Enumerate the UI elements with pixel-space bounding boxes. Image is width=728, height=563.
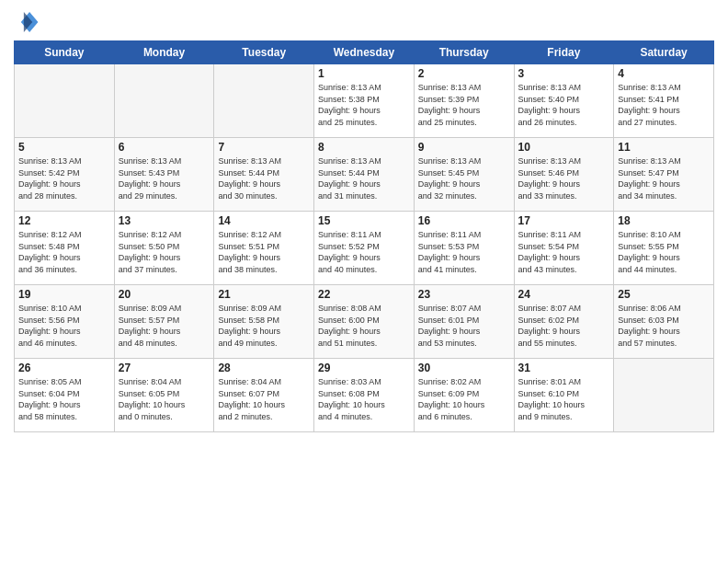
- calendar-cell: 29Sunrise: 8:03 AM Sunset: 6:08 PM Dayli…: [314, 359, 415, 432]
- day-info: Sunrise: 8:11 AM Sunset: 5:54 PM Dayligh…: [518, 229, 610, 275]
- day-number: 16: [418, 214, 510, 227]
- day-info: Sunrise: 8:11 AM Sunset: 5:52 PM Dayligh…: [318, 229, 410, 275]
- day-info: Sunrise: 8:12 AM Sunset: 5:48 PM Dayligh…: [18, 229, 110, 275]
- day-number: 23: [418, 288, 510, 301]
- calendar-week-4: 19Sunrise: 8:10 AM Sunset: 5:56 PM Dayli…: [15, 285, 714, 359]
- day-number: 27: [119, 362, 210, 374]
- col-sunday: Sunday: [15, 41, 115, 64]
- day-info: Sunrise: 8:13 AM Sunset: 5:44 PM Dayligh…: [218, 155, 310, 201]
- page: Sunday Monday Tuesday Wednesday Thursday…: [0, 0, 728, 563]
- calendar-cell: 9Sunrise: 8:13 AM Sunset: 5:45 PM Daylig…: [414, 138, 514, 212]
- day-number: 10: [518, 141, 610, 154]
- calendar-cell: 8Sunrise: 8:13 AM Sunset: 5:44 PM Daylig…: [314, 138, 415, 212]
- calendar-table: Sunday Monday Tuesday Wednesday Thursday…: [14, 40, 714, 432]
- calendar-cell: 17Sunrise: 8:11 AM Sunset: 5:54 PM Dayli…: [514, 212, 614, 285]
- day-info: Sunrise: 8:10 AM Sunset: 5:55 PM Dayligh…: [618, 229, 710, 275]
- day-info: Sunrise: 8:13 AM Sunset: 5:39 PM Dayligh…: [418, 82, 510, 128]
- day-number: 22: [318, 288, 410, 301]
- day-info: Sunrise: 8:13 AM Sunset: 5:43 PM Dayligh…: [119, 155, 210, 201]
- calendar-cell: 11Sunrise: 8:13 AM Sunset: 5:47 PM Dayli…: [614, 138, 714, 212]
- day-info: Sunrise: 8:13 AM Sunset: 5:40 PM Dayligh…: [518, 82, 610, 128]
- calendar-cell: [214, 64, 314, 138]
- calendar-cell: 7Sunrise: 8:13 AM Sunset: 5:44 PM Daylig…: [214, 138, 314, 212]
- calendar-cell: 23Sunrise: 8:07 AM Sunset: 6:01 PM Dayli…: [414, 285, 514, 359]
- day-number: 31: [518, 362, 610, 374]
- day-number: 24: [518, 288, 610, 301]
- calendar-cell: [614, 359, 714, 432]
- day-info: Sunrise: 8:13 AM Sunset: 5:38 PM Dayligh…: [318, 82, 410, 128]
- calendar-cell: 30Sunrise: 8:02 AM Sunset: 6:09 PM Dayli…: [414, 359, 514, 432]
- calendar-cell: 25Sunrise: 8:06 AM Sunset: 6:03 PM Dayli…: [614, 285, 714, 359]
- calendar-cell: 6Sunrise: 8:13 AM Sunset: 5:43 PM Daylig…: [114, 138, 214, 212]
- day-number: 14: [218, 214, 310, 227]
- calendar-cell: 4Sunrise: 8:13 AM Sunset: 5:41 PM Daylig…: [614, 64, 714, 138]
- day-info: Sunrise: 8:03 AM Sunset: 6:08 PM Dayligh…: [318, 376, 410, 422]
- day-info: Sunrise: 8:12 AM Sunset: 5:51 PM Dayligh…: [218, 229, 310, 275]
- calendar-cell: 28Sunrise: 8:04 AM Sunset: 6:07 PM Dayli…: [214, 359, 314, 432]
- day-number: 30: [418, 362, 510, 374]
- day-info: Sunrise: 8:10 AM Sunset: 5:56 PM Dayligh…: [18, 303, 110, 349]
- col-monday: Monday: [114, 41, 214, 64]
- calendar-week-5: 26Sunrise: 8:05 AM Sunset: 6:04 PM Dayli…: [15, 359, 714, 432]
- day-number: 3: [518, 67, 610, 80]
- day-info: Sunrise: 8:13 AM Sunset: 5:41 PM Dayligh…: [618, 82, 710, 128]
- calendar-cell: 3Sunrise: 8:13 AM Sunset: 5:40 PM Daylig…: [514, 64, 614, 138]
- day-number: 15: [318, 214, 410, 227]
- calendar-cell: 31Sunrise: 8:01 AM Sunset: 6:10 PM Dayli…: [514, 359, 614, 432]
- day-number: 6: [119, 141, 210, 154]
- calendar-cell: 21Sunrise: 8:09 AM Sunset: 5:58 PM Dayli…: [214, 285, 314, 359]
- day-number: 8: [318, 141, 410, 154]
- day-info: Sunrise: 8:13 AM Sunset: 5:46 PM Dayligh…: [518, 155, 610, 201]
- day-number: 9: [418, 141, 510, 154]
- calendar-body: 1Sunrise: 8:13 AM Sunset: 5:38 PM Daylig…: [15, 64, 714, 432]
- day-number: 26: [18, 362, 110, 374]
- calendar-cell: 1Sunrise: 8:13 AM Sunset: 5:38 PM Daylig…: [314, 64, 415, 138]
- day-number: 25: [618, 288, 710, 301]
- logo-icon: [14, 9, 40, 35]
- day-number: 13: [119, 214, 210, 227]
- day-info: Sunrise: 8:13 AM Sunset: 5:42 PM Dayligh…: [18, 155, 110, 201]
- calendar-cell: 12Sunrise: 8:12 AM Sunset: 5:48 PM Dayli…: [15, 212, 115, 285]
- calendar-cell: 26Sunrise: 8:05 AM Sunset: 6:04 PM Dayli…: [15, 359, 115, 432]
- day-info: Sunrise: 8:13 AM Sunset: 5:44 PM Dayligh…: [318, 155, 410, 201]
- calendar-cell: 18Sunrise: 8:10 AM Sunset: 5:55 PM Dayli…: [614, 212, 714, 285]
- day-info: Sunrise: 8:12 AM Sunset: 5:50 PM Dayligh…: [119, 229, 210, 275]
- day-number: 20: [119, 288, 210, 301]
- calendar-header: Sunday Monday Tuesday Wednesday Thursday…: [15, 41, 714, 64]
- day-info: Sunrise: 8:05 AM Sunset: 6:04 PM Dayligh…: [18, 376, 110, 422]
- calendar-cell: 20Sunrise: 8:09 AM Sunset: 5:57 PM Dayli…: [114, 285, 214, 359]
- calendar-cell: [114, 64, 214, 138]
- col-thursday: Thursday: [414, 41, 514, 64]
- day-info: Sunrise: 8:07 AM Sunset: 6:02 PM Dayligh…: [518, 303, 610, 349]
- calendar-cell: 13Sunrise: 8:12 AM Sunset: 5:50 PM Dayli…: [114, 212, 214, 285]
- col-friday: Friday: [514, 41, 614, 64]
- day-number: 28: [218, 362, 310, 374]
- day-number: 19: [18, 288, 110, 301]
- day-number: 5: [18, 141, 110, 154]
- day-info: Sunrise: 8:11 AM Sunset: 5:53 PM Dayligh…: [418, 229, 510, 275]
- col-tuesday: Tuesday: [214, 41, 314, 64]
- day-info: Sunrise: 8:01 AM Sunset: 6:10 PM Dayligh…: [518, 376, 610, 422]
- day-info: Sunrise: 8:02 AM Sunset: 6:09 PM Dayligh…: [418, 376, 510, 422]
- day-number: 11: [618, 141, 710, 154]
- day-number: 17: [518, 214, 610, 227]
- day-number: 1: [318, 67, 410, 80]
- header-row: Sunday Monday Tuesday Wednesday Thursday…: [15, 41, 714, 64]
- day-info: Sunrise: 8:09 AM Sunset: 5:58 PM Dayligh…: [218, 303, 310, 349]
- day-info: Sunrise: 8:07 AM Sunset: 6:01 PM Dayligh…: [418, 303, 510, 349]
- col-saturday: Saturday: [614, 41, 714, 64]
- day-info: Sunrise: 8:09 AM Sunset: 5:57 PM Dayligh…: [119, 303, 210, 349]
- calendar-cell: 14Sunrise: 8:12 AM Sunset: 5:51 PM Dayli…: [214, 212, 314, 285]
- day-info: Sunrise: 8:08 AM Sunset: 6:00 PM Dayligh…: [318, 303, 410, 349]
- logo: [14, 9, 43, 35]
- calendar-cell: 2Sunrise: 8:13 AM Sunset: 5:39 PM Daylig…: [414, 64, 514, 138]
- calendar-cell: [15, 64, 115, 138]
- calendar-cell: 27Sunrise: 8:04 AM Sunset: 6:05 PM Dayli…: [114, 359, 214, 432]
- col-wednesday: Wednesday: [314, 41, 415, 64]
- day-number: 29: [318, 362, 410, 374]
- day-number: 7: [218, 141, 310, 154]
- calendar-cell: 16Sunrise: 8:11 AM Sunset: 5:53 PM Dayli…: [414, 212, 514, 285]
- day-info: Sunrise: 8:04 AM Sunset: 6:07 PM Dayligh…: [218, 376, 310, 422]
- calendar-cell: 19Sunrise: 8:10 AM Sunset: 5:56 PM Dayli…: [15, 285, 115, 359]
- day-number: 4: [618, 67, 710, 80]
